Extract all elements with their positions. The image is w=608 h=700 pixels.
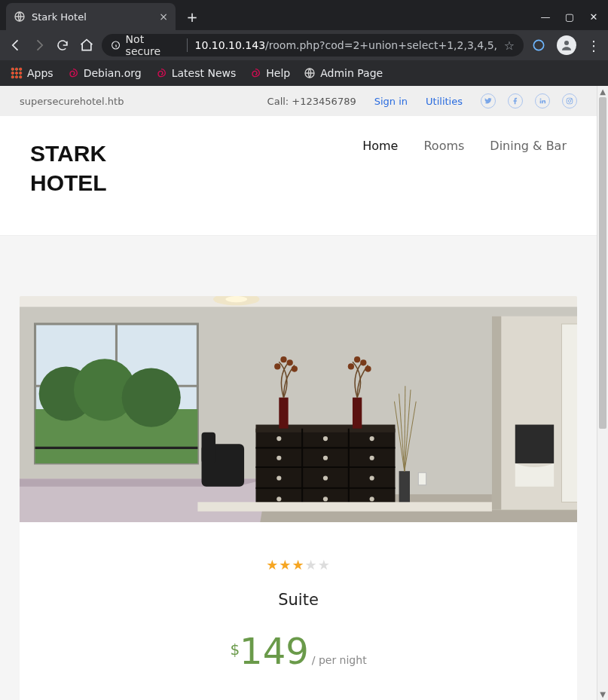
logo-line1: STARK <box>30 139 107 168</box>
apps-grid-icon <box>11 67 23 79</box>
room-image <box>20 296 577 522</box>
vertical-scrollbar[interactable]: ▲ ▼ <box>597 86 608 700</box>
room-price: $149/ per night <box>35 630 562 672</box>
svg-rect-61 <box>515 425 554 463</box>
bookmark-help[interactable]: Help <box>249 67 290 79</box>
svg-point-49 <box>365 365 371 371</box>
svg-point-2 <box>533 40 543 50</box>
svg-point-42 <box>274 363 280 369</box>
svg-point-29 <box>323 436 328 441</box>
svg-point-3 <box>564 41 569 45</box>
main-nav: Home Rooms Dining & Bar <box>362 139 567 153</box>
window-close-button[interactable]: ✕ <box>588 11 599 23</box>
page-viewport[interactable]: supersecurehotel.htb Call: +123456789 Si… <box>0 86 597 700</box>
star-empty-icon: ★ <box>318 557 331 573</box>
bookmark-admin-page[interactable]: Admin Page <box>304 67 383 79</box>
bookmark-star-icon[interactable]: ☆ <box>504 38 515 53</box>
scroll-up-icon[interactable]: ▲ <box>597 86 608 97</box>
svg-point-7 <box>571 99 572 99</box>
svg-point-30 <box>370 436 374 441</box>
reload-button[interactable] <box>55 35 71 55</box>
svg-point-64 <box>225 296 247 302</box>
svg-rect-22 <box>255 425 395 433</box>
browser-tab[interactable]: Stark Hotel × <box>6 3 176 30</box>
facebook-icon[interactable] <box>508 93 523 109</box>
home-button[interactable] <box>78 35 94 55</box>
signin-link[interactable]: Sign in <box>374 96 408 107</box>
room-title: Suite <box>35 591 562 609</box>
nav-dining[interactable]: Dining & Bar <box>490 139 567 153</box>
forward-button[interactable] <box>31 35 47 55</box>
svg-point-28 <box>277 436 281 441</box>
svg-point-35 <box>323 475 328 480</box>
price-per: / per night <box>312 654 367 666</box>
svg-point-45 <box>292 365 298 371</box>
svg-point-33 <box>370 456 374 460</box>
url-path: /room.php?cod=2+union+select+1,2,3,4,5,6… <box>265 39 496 51</box>
svg-point-46 <box>348 363 354 369</box>
omnibox-divider <box>187 38 188 52</box>
svg-rect-59 <box>561 324 577 502</box>
info-icon <box>111 40 121 50</box>
back-button[interactable] <box>8 35 23 55</box>
bookmark-latest-news-label: Latest News <box>172 67 237 79</box>
new-tab-button[interactable]: + <box>182 6 203 27</box>
bookmark-debian-label: Debian.org <box>84 67 142 79</box>
star-full-icon: ★ <box>279 557 292 573</box>
url-text: 10.10.10.143/room.php?cod=2+union+select… <box>195 39 496 51</box>
svg-point-37 <box>277 497 281 501</box>
svg-point-34 <box>277 475 281 480</box>
debian-swirl-icon <box>155 67 167 79</box>
call-label: Call: +123456789 <box>267 96 356 107</box>
browser-menu-button[interactable]: ⋮ <box>587 38 600 53</box>
security-label: Not secure <box>126 33 179 57</box>
bookmark-admin-page-label: Admin Page <box>320 67 383 79</box>
utilities-link[interactable]: Utilities <box>426 96 463 107</box>
nav-home[interactable]: Home <box>362 139 398 153</box>
window-maximize-button[interactable]: ▢ <box>564 11 575 23</box>
svg-point-36 <box>370 475 374 480</box>
room-card: ★★★★★ Suite $149/ per night Suite room i… <box>20 296 577 700</box>
url-host: 10.10.10.143 <box>195 39 266 51</box>
bookmark-apps-label: Apps <box>27 67 53 79</box>
svg-point-38 <box>323 497 328 501</box>
scroll-down-icon[interactable]: ▼ <box>597 689 608 700</box>
svg-point-43 <box>287 359 293 365</box>
close-tab-icon[interactable]: × <box>159 11 168 23</box>
bookmark-debian[interactable]: Debian.org <box>67 67 142 79</box>
twitter-icon[interactable] <box>481 93 496 109</box>
svg-point-32 <box>323 456 328 460</box>
tab-title: Stark Hotel <box>32 11 87 23</box>
svg-point-39 <box>370 497 374 501</box>
nav-rooms[interactable]: Rooms <box>423 139 464 153</box>
instagram-icon[interactable] <box>562 93 577 109</box>
svg-rect-41 <box>353 398 362 429</box>
svg-rect-62 <box>197 502 492 511</box>
logo-line2: HOTEL <box>30 168 107 197</box>
scrollbar-thumb[interactable] <box>599 97 606 429</box>
window-minimize-button[interactable]: — <box>540 11 551 23</box>
svg-point-48 <box>354 356 360 362</box>
svg-rect-58 <box>492 316 501 510</box>
svg-rect-56 <box>418 472 426 484</box>
svg-rect-20 <box>202 433 216 463</box>
bookmark-help-label: Help <box>266 67 290 79</box>
address-bar[interactable]: Not secure 10.10.10.143/room.php?cod=2+u… <box>102 34 524 57</box>
svg-rect-40 <box>279 398 288 429</box>
security-chip[interactable]: Not secure <box>111 33 179 57</box>
globe-icon <box>14 11 26 23</box>
profile-avatar[interactable] <box>557 35 576 55</box>
star-full-icon: ★ <box>292 557 304 573</box>
debian-swirl-icon <box>67 67 79 79</box>
bookmark-apps[interactable]: Apps <box>11 67 53 79</box>
extension-icon[interactable] <box>531 38 546 53</box>
svg-point-44 <box>280 356 286 362</box>
star-empty-icon: ★ <box>305 557 318 573</box>
linkedin-icon[interactable] <box>535 93 550 109</box>
star-full-icon: ★ <box>266 557 279 573</box>
svg-point-6 <box>568 99 570 102</box>
svg-point-31 <box>277 456 281 460</box>
svg-point-17 <box>122 368 181 427</box>
site-logo[interactable]: STARK HOTEL <box>30 139 107 197</box>
bookmark-latest-news[interactable]: Latest News <box>155 67 237 79</box>
